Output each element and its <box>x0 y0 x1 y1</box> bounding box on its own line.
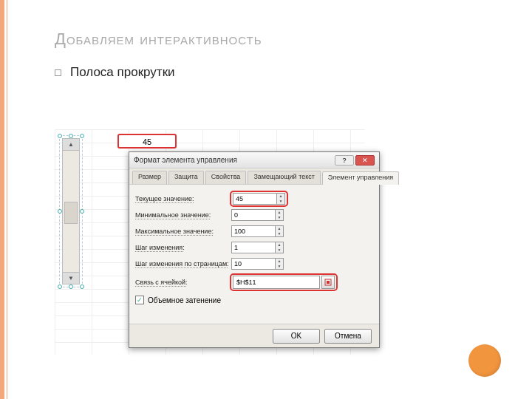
label-step: Шаг изменения: <box>135 244 231 251</box>
cancel-button[interactable]: Отмена <box>324 329 372 344</box>
tab-control[interactable]: Элемент управления <box>322 171 399 185</box>
tab-protection[interactable]: Защита <box>168 171 204 184</box>
input-step[interactable] <box>231 242 276 253</box>
bullet-text: Полоса прокрутки <box>70 65 175 80</box>
label-max: Максимальное значение: <box>135 228 231 235</box>
resize-handle[interactable] <box>80 134 84 138</box>
label-link: Связь с ячейкой: <box>135 279 231 286</box>
label-current: Текущее значение: <box>135 195 231 202</box>
slide-title: Добавляем интерактивность <box>55 30 488 49</box>
resize-handle[interactable] <box>80 284 84 289</box>
scroll-thumb[interactable] <box>64 202 78 224</box>
dialog-title: Формат элемента управления <box>134 156 237 164</box>
label-3d: Объемное затенение <box>148 296 221 304</box>
accent-dot <box>468 344 501 377</box>
resize-handle[interactable] <box>69 284 73 289</box>
resize-handle[interactable] <box>58 284 62 289</box>
scrollbar-control[interactable]: ▲ ▼ <box>62 138 80 284</box>
svg-rect-1 <box>327 281 330 284</box>
input-min[interactable] <box>231 209 276 221</box>
tab-properties[interactable]: Свойства <box>205 171 247 184</box>
help-button[interactable]: ? <box>335 155 354 166</box>
spinner-page[interactable]: ▲▼ <box>275 258 284 270</box>
bullet-icon <box>55 69 61 76</box>
label-page: Шаг изменения по страницам: <box>135 260 231 267</box>
scroll-down-icon[interactable]: ▼ <box>63 272 79 284</box>
spinner-step[interactable]: ▲▼ <box>275 242 284 253</box>
close-button[interactable]: ✕ <box>355 155 375 166</box>
spinner-max[interactable]: ▲▼ <box>275 225 284 237</box>
tab-alttext[interactable]: Замещающий текст <box>248 171 320 184</box>
linked-cell[interactable]: 45 <box>117 134 177 149</box>
dialog-body: Текущее значение: ▲▼ Минимальное значени… <box>135 191 373 321</box>
spinner-current[interactable]: ▲▼ <box>276 193 285 205</box>
input-current[interactable] <box>233 193 277 205</box>
checkbox-3d[interactable]: ✓ <box>135 296 144 304</box>
input-max[interactable] <box>231 225 276 237</box>
input-page[interactable] <box>231 258 276 270</box>
ok-button[interactable]: OK <box>273 329 320 344</box>
bullet-item: Полоса прокрутки <box>55 65 488 80</box>
dialog-tabs: Размер Защита Свойства Замещающий текст … <box>129 168 379 185</box>
dialog-footer: OK Отмена <box>129 324 379 347</box>
input-cell-link[interactable]: $H$11 <box>233 276 320 289</box>
spinner-min[interactable]: ▲▼ <box>275 209 284 221</box>
scroll-up-icon[interactable]: ▲ <box>63 139 79 151</box>
resize-handle[interactable] <box>80 209 84 214</box>
dialog-titlebar[interactable]: Формат элемента управления ? ✕ <box>129 152 379 168</box>
format-control-dialog: Формат элемента управления ? ✕ Размер За… <box>129 151 380 348</box>
label-min: Минимальное значение: <box>135 211 231 219</box>
tab-size[interactable]: Размер <box>132 171 167 184</box>
excel-canvas: 45 ▲ ▼ Формат элемента управления ? ✕ <box>55 129 365 355</box>
slide-stripe <box>0 0 10 399</box>
range-picker-icon[interactable] <box>321 276 335 289</box>
